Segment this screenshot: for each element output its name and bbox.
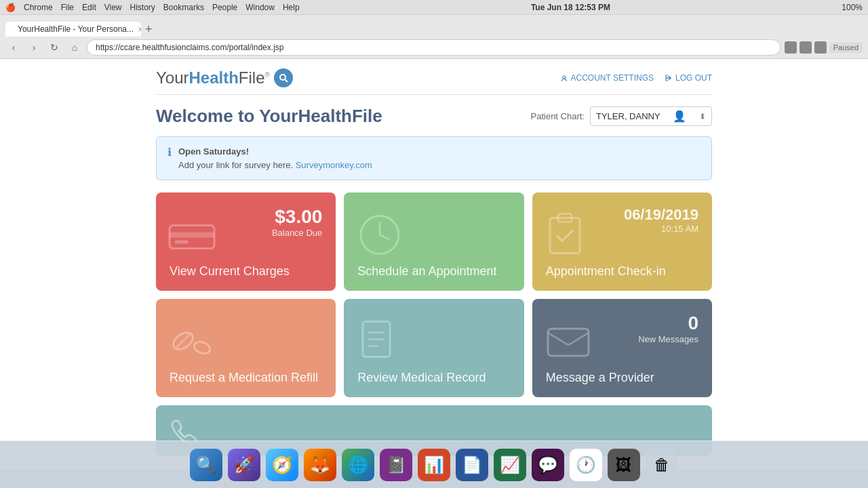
records-card[interactable]: Review Medical Record: [344, 299, 524, 397]
records-card-label: Review Medical Record: [357, 371, 486, 385]
patient-chart-label: Patient Chart:: [531, 111, 585, 121]
help-menu[interactable]: Help: [283, 3, 300, 12]
person-icon: 👤: [673, 110, 686, 123]
info-icon: ℹ: [167, 146, 172, 159]
logo: YourHealthFile®: [156, 68, 293, 87]
browser-icons: Paused: [785, 41, 863, 54]
header-divider: [156, 94, 712, 95]
schedule-card-label: Schedule an Appointment: [357, 264, 496, 279]
checkin-card[interactable]: 06/19/2019 10:15 AM Appointment Check-in: [532, 192, 712, 291]
balance-amount: $3.00: [272, 206, 322, 228]
messages-count: 0: [638, 312, 698, 334]
dropdown-arrows: ⬍: [699, 112, 706, 121]
dock-slack[interactable]: 💬: [532, 449, 564, 481]
dock-word[interactable]: 📄: [456, 449, 488, 481]
chrome-menu[interactable]: Chrome: [24, 3, 53, 12]
apple-menu[interactable]: 🍎: [5, 3, 16, 12]
new-tab-button[interactable]: +: [141, 22, 157, 37]
edit-menu[interactable]: Edit: [82, 3, 96, 12]
schedule-card[interactable]: Schedule an Appointment: [344, 192, 524, 291]
forward-button[interactable]: ›: [26, 39, 42, 56]
balance-label: Balance Due: [272, 228, 322, 238]
battery-indicator: 100%: [842, 3, 863, 12]
people-menu[interactable]: People: [212, 3, 237, 12]
account-settings-label: ACCOUNT SETTINGS: [571, 73, 654, 83]
dock-photos[interactable]: 🖼: [608, 449, 640, 481]
history-menu[interactable]: History: [130, 3, 155, 12]
welcome-title: Welcome to YourHealthFile: [156, 106, 382, 127]
messages-card-label: Message a Provider: [546, 371, 654, 385]
info-banner: ℹ Open Saturdays! Add your link for surv…: [156, 136, 712, 180]
banner-text: Open Saturdays! Add your link for survey…: [178, 145, 372, 171]
clock-icon: [356, 211, 403, 258]
paused-badge: Paused: [829, 42, 863, 53]
balance-card-label: View Current Charges: [170, 264, 290, 279]
cards-grid: $3.00 Balance Due View Current Charges: [156, 192, 712, 397]
banner-link[interactable]: Surveymonkey.com: [296, 160, 372, 170]
window-menu[interactable]: Window: [245, 3, 275, 12]
credit-card-icon: [168, 220, 216, 253]
portal-container: YourHealthFile® ACCOUNT SETTINGS: [142, 59, 726, 470]
svg-point-0: [280, 75, 285, 80]
dock-chrome[interactable]: 🌐: [342, 449, 374, 481]
star-icon[interactable]: [800, 41, 812, 54]
browser-chrome: YourHealthFile - Your Persona... ✕ + ‹ ›…: [0, 15, 868, 59]
messages-label: New Messages: [638, 334, 698, 344]
svg-line-7: [380, 235, 390, 239]
header-actions: ACCOUNT SETTINGS LOG OUT: [560, 73, 712, 83]
browser-nav: ‹ › ↻ ⌂ Paused: [0, 37, 868, 58]
svg-rect-17: [548, 329, 589, 356]
dock: 🔍 🚀 🧭 🦊 🌐 📓 📊 📄 📈 💬 🕐 🖼 🗑: [0, 441, 868, 488]
portal-header: YourHealthFile® ACCOUNT SETTINGS: [156, 59, 712, 94]
back-button[interactable]: ‹: [5, 39, 22, 56]
shield-icon[interactable]: [814, 41, 827, 54]
dock-finder[interactable]: 🔍: [190, 449, 222, 481]
svg-rect-3: [170, 232, 214, 237]
welcome-section: Welcome to YourHealthFile Patient Chart:…: [156, 106, 712, 127]
balance-card[interactable]: $3.00 Balance Due View Current Charges: [156, 192, 336, 291]
svg-rect-4: [175, 240, 189, 243]
log-out-link[interactable]: LOG OUT: [665, 73, 712, 83]
dock-powerpoint[interactable]: 📊: [418, 449, 450, 481]
reload-button[interactable]: ↻: [46, 39, 62, 56]
active-tab[interactable]: YourHealthFile - Your Persona... ✕: [5, 22, 141, 37]
checkin-date: 06/19/2019: [624, 206, 698, 224]
svg-point-12: [193, 340, 212, 355]
messages-card[interactable]: 0 New Messages Message a Provider: [532, 299, 712, 397]
search-icon[interactable]: [274, 68, 293, 87]
email-icon: [545, 322, 592, 363]
account-settings-link[interactable]: ACCOUNT SETTINGS: [560, 73, 654, 83]
log-out-label: LOG OUT: [675, 73, 712, 83]
file-menu[interactable]: File: [61, 3, 74, 12]
refill-card[interactable]: Request a Medication Refill: [156, 299, 336, 397]
view-menu[interactable]: View: [104, 3, 122, 12]
dock-trash[interactable]: 🗑: [646, 449, 678, 481]
svg-line-1: [285, 79, 288, 82]
document-icon: [356, 317, 397, 365]
dock-excel[interactable]: 📈: [494, 449, 526, 481]
checkin-time: 10:15 AM: [624, 224, 698, 234]
refill-card-label: Request a Medication Refill: [170, 371, 318, 385]
mac-bar-time: Tue Jun 18 12:53 PM: [531, 3, 610, 12]
dock-clock[interactable]: 🕐: [570, 449, 602, 481]
patient-chart-dropdown[interactable]: TYLER, DANNY 👤 ⬍: [590, 106, 712, 126]
banner-title: Open Saturdays!: [178, 146, 249, 157]
pills-icon: [168, 322, 216, 363]
dock-firefox[interactable]: 🦊: [304, 449, 336, 481]
mac-os-bar: 🍎 Chrome File Edit View History Bookmark…: [0, 0, 868, 15]
patient-name: TYLER, DANNY: [596, 111, 660, 121]
page-background: YourHealthFile® ACCOUNT SETTINGS: [0, 59, 868, 479]
checkin-card-label: Appointment Check-in: [546, 264, 666, 279]
clipboard-icon: [545, 211, 585, 258]
dock-launchpad[interactable]: 🚀: [228, 449, 260, 481]
mac-bar-right: 100%: [842, 3, 863, 12]
home-button[interactable]: ⌂: [66, 39, 83, 56]
dock-safari[interactable]: 🧭: [266, 449, 298, 481]
address-bar[interactable]: [87, 39, 781, 56]
mac-bar-left: 🍎 Chrome File Edit View History Bookmark…: [5, 3, 300, 12]
tab-title: YourHealthFile - Your Persona...: [18, 24, 134, 34]
dock-onenote[interactable]: 📓: [380, 449, 412, 481]
bookmarks-menu[interactable]: Bookmarks: [163, 3, 204, 12]
logo-text: YourHealthFile®: [156, 68, 270, 87]
zoom-icon[interactable]: [785, 41, 797, 54]
